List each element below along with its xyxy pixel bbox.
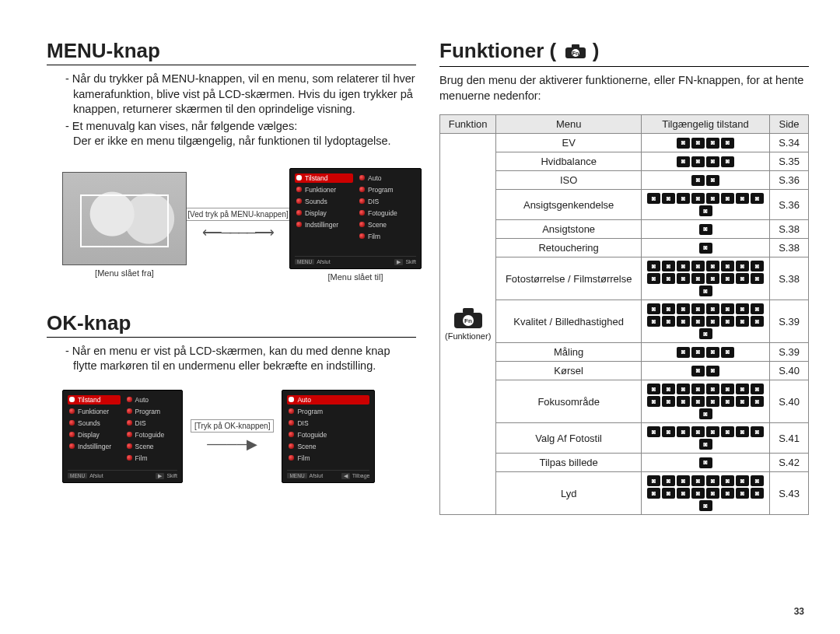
mode-icon: ◙: [751, 426, 764, 437]
ok-knap-heading: OK-knap: [47, 311, 416, 338]
mode-icon: ◙: [736, 384, 749, 394]
figure-menu-off: [Menu slået fra]: [62, 172, 187, 278]
menu-item: Indstillinger: [68, 442, 121, 451]
menu-cell: Kørsel: [496, 362, 642, 380]
funktion-cell: Fn(Funktioner): [440, 134, 496, 515]
mode-icon: ◙: [662, 273, 675, 284]
mode-icon: ◙: [699, 500, 712, 511]
side-cell: S.40: [770, 380, 809, 423]
menu-item: Scene: [125, 442, 178, 451]
available-modes-cell: ◙◙: [642, 362, 770, 380]
menu-knap-heading: MENU-knap: [47, 39, 416, 65]
mode-icon: ◙: [662, 426, 675, 437]
mode-icon: ◙: [647, 488, 660, 499]
mode-icon: ◙: [706, 138, 719, 149]
mode-icon: ◙: [691, 193, 705, 204]
mode-icon: ◙: [647, 273, 660, 284]
lcd-photo-menu-off: [62, 172, 187, 265]
mode-icon: ◙: [721, 316, 734, 327]
mode-icon: ◙: [647, 384, 660, 394]
mode-icon: ◙: [721, 273, 734, 284]
mode-icon: ◙: [662, 475, 675, 486]
available-modes-cell: ◙: [642, 239, 770, 257]
mode-icon: ◙: [699, 224, 712, 235]
menu-cell: Ansigtsgenkendelse: [496, 190, 642, 220]
mode-icon: ◙: [662, 396, 675, 407]
fn-camera-icon: Fn: [565, 40, 586, 65]
ok-press-label: [Tryk på OK-knappen]: [191, 419, 274, 433]
double-arrow-icon: ⟵────⟶: [202, 224, 273, 241]
menu-item: Film: [287, 454, 369, 463]
mode-icon: ◙: [736, 488, 749, 499]
th-menu: Menu: [496, 115, 642, 134]
caption-menu-on: [Menu slået til]: [289, 272, 422, 282]
mode-icon: ◙: [706, 303, 719, 314]
mode-icon: ◙: [677, 261, 690, 271]
mode-icon: ◙: [736, 396, 749, 407]
mode-icon: ◙: [751, 193, 764, 204]
mode-icon: ◙: [662, 303, 675, 314]
side-cell: S.38: [770, 257, 809, 300]
mode-icon: ◙: [751, 396, 764, 407]
mode-icon: ◙: [721, 475, 734, 486]
menu-item: Auto: [125, 395, 178, 405]
mode-icon: ◙: [721, 488, 734, 499]
menu-item: Program: [287, 407, 369, 416]
menu-cell: Tilpas billede: [496, 454, 642, 472]
funktioner-heading: Funktioner ( Fn ): [439, 39, 809, 67]
mode-icon: ◙: [721, 303, 734, 314]
mode-icon: ◙: [706, 175, 719, 186]
menu-item: DIS: [358, 197, 416, 206]
menu-cell: Retouchering: [496, 239, 642, 257]
mode-icon: ◙: [691, 488, 705, 499]
mode-icon: ◙: [699, 285, 712, 296]
mode-icon: ◙: [751, 273, 764, 284]
menu-item: Display: [295, 208, 353, 218]
mode-icon: ◙: [662, 384, 675, 394]
svg-text:Fn: Fn: [464, 317, 472, 324]
mode-icon: ◙: [691, 175, 705, 186]
menu-figures: [Menu slået fra] [Ved tryk på MENU-knapp…: [62, 168, 416, 282]
mode-icon: ◙: [691, 347, 705, 358]
mode-icon: ◙: [721, 193, 734, 204]
side-cell: S.41: [770, 423, 809, 454]
mode-icon: ◙: [721, 384, 734, 394]
menu-item: Sounds: [295, 197, 353, 206]
mode-icon: ◙: [691, 261, 705, 271]
mode-icon: ◙: [706, 316, 719, 327]
right-arrow-icon: ────▶: [207, 436, 257, 453]
menu-item: Fotoguide: [287, 430, 369, 440]
mode-icon: ◙: [751, 475, 764, 486]
mode-icon: ◙: [647, 303, 660, 314]
mode-icon: ◙: [736, 261, 749, 271]
menu-item: Fotoguide: [125, 430, 178, 440]
available-modes-cell: ◙◙◙◙: [642, 343, 770, 362]
mode-icon: ◙: [691, 273, 705, 284]
menu-item: Auto: [358, 173, 416, 183]
right-column: Funktioner ( Fn ) Brug den menu der akti…: [439, 39, 809, 515]
table-header-row: Funktion Menu Tilgængelig tilstand Side: [440, 115, 809, 134]
mode-icon: ◙: [721, 156, 734, 167]
menu-item: Sounds: [68, 419, 121, 428]
menu-knap-para2: - Et menuvalg kan vises, når følgende væ…: [65, 119, 416, 135]
mode-icon: ◙: [721, 426, 734, 437]
svg-rect-5: [463, 308, 474, 313]
available-modes-cell: ◙: [642, 220, 770, 239]
mode-icon: ◙: [691, 396, 705, 407]
available-modes-cell: ◙◙: [642, 171, 770, 190]
mode-icon: ◙: [647, 316, 660, 327]
side-cell: S.39: [770, 300, 809, 343]
mode-icon: ◙: [721, 261, 734, 271]
menu-item: DIS: [125, 419, 178, 428]
svg-rect-1: [572, 44, 579, 48]
lcd-ok-after: Auto Program DIS Fotoguide Scene Film ME…: [282, 390, 375, 483]
mode-icon: ◙: [736, 273, 749, 284]
mode-icon: ◙: [677, 138, 690, 149]
mode-icon: ◙: [706, 396, 719, 407]
mode-icon: ◙: [736, 303, 749, 314]
mode-icon: ◙: [706, 193, 719, 204]
mode-icon: ◙: [751, 316, 764, 327]
mode-icon: ◙: [706, 384, 719, 394]
mode-icon: ◙: [706, 426, 719, 437]
mode-icon: ◙: [677, 426, 690, 437]
